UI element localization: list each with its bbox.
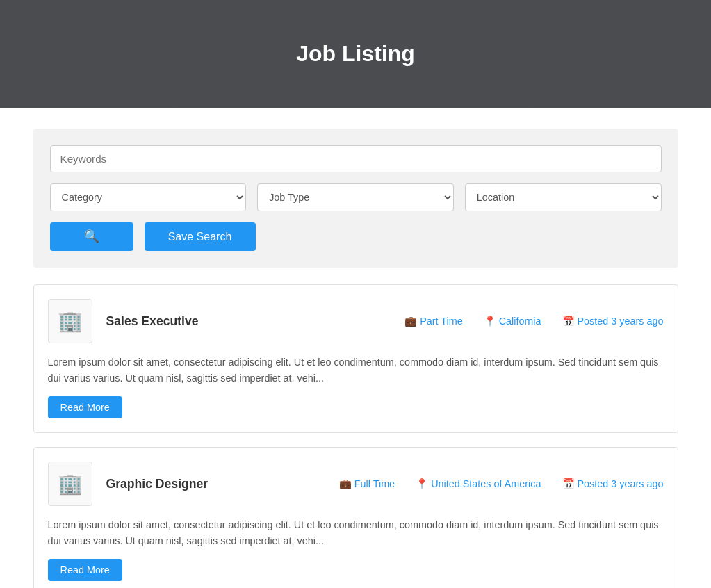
- job-type-select[interactable]: Job TypeFull TimePart TimeFreelanceInter…: [257, 183, 454, 211]
- job-location-badge: 📍 California: [484, 316, 541, 327]
- search-box: CategoryITMarketingDesignSales Job TypeF…: [33, 129, 678, 268]
- company-logo: 🏢: [48, 299, 92, 343]
- search-icon: 🔍: [84, 229, 99, 244]
- company-logo: 🏢: [48, 462, 92, 506]
- job-card: 🏢 Graphic Designer 💼 Full Time 📍 United …: [33, 447, 678, 588]
- job-title: Sales Executive: [106, 314, 199, 329]
- category-select[interactable]: CategoryITMarketingDesignSales: [50, 183, 247, 211]
- read-more-button[interactable]: Read More: [48, 559, 122, 581]
- job-type-badge: 💼 Part Time: [404, 316, 463, 327]
- location-icon: 📍: [416, 478, 428, 490]
- location-select[interactable]: LocationCaliforniaNew YorkTexasUnited St…: [465, 183, 662, 211]
- briefcase-icon: 💼: [339, 478, 352, 490]
- building-icon: 🏢: [58, 309, 83, 333]
- calendar-icon: 📅: [562, 478, 575, 490]
- job-type-badge: 💼 Full Time: [339, 478, 395, 490]
- job-posted-label: Posted 3 years ago: [578, 316, 664, 327]
- job-list: 🏢 Sales Executive 💼 Part Time 📍 Californ…: [33, 284, 678, 588]
- search-button[interactable]: 🔍: [50, 222, 133, 251]
- job-location-label: California: [499, 316, 541, 327]
- keywords-input[interactable]: [50, 145, 662, 172]
- save-search-button[interactable]: Save Search: [145, 222, 256, 251]
- building-icon: 🏢: [58, 472, 83, 496]
- job-posted-label: Posted 3 years ago: [578, 478, 664, 489]
- job-posted-badge: 📅 Posted 3 years ago: [562, 316, 664, 327]
- job-location-label: United States of America: [431, 478, 541, 489]
- search-dropdowns: CategoryITMarketingDesignSales Job TypeF…: [50, 183, 662, 211]
- job-meta: 💼 Full Time 📍 United States of America 📅…: [339, 478, 664, 490]
- page-title: Job Listing: [296, 41, 415, 67]
- job-meta: 💼 Part Time 📍 California 📅 Posted 3 year…: [404, 316, 663, 327]
- job-description: Lorem ipsum dolor sit amet, consectetur …: [48, 517, 664, 549]
- main-content: CategoryITMarketingDesignSales Job TypeF…: [22, 108, 689, 588]
- job-posted-badge: 📅 Posted 3 years ago: [562, 478, 664, 490]
- job-card: 🏢 Sales Executive 💼 Part Time 📍 Californ…: [33, 284, 678, 433]
- job-card-header: 🏢 Sales Executive 💼 Part Time 📍 Californ…: [48, 299, 664, 343]
- search-actions: 🔍 Save Search: [50, 222, 662, 251]
- briefcase-icon: 💼: [404, 316, 417, 327]
- job-type-label: Part Time: [420, 316, 463, 327]
- hero-section: Job Listing: [0, 0, 711, 108]
- job-description: Lorem ipsum dolor sit amet, consectetur …: [48, 354, 664, 386]
- read-more-button[interactable]: Read More: [48, 396, 122, 418]
- job-location-badge: 📍 United States of America: [416, 478, 541, 490]
- calendar-icon: 📅: [562, 316, 575, 327]
- job-title: Graphic Designer: [106, 477, 209, 491]
- location-icon: 📍: [484, 316, 496, 327]
- job-type-label: Full Time: [354, 478, 395, 489]
- job-card-header: 🏢 Graphic Designer 💼 Full Time 📍 United …: [48, 462, 664, 506]
